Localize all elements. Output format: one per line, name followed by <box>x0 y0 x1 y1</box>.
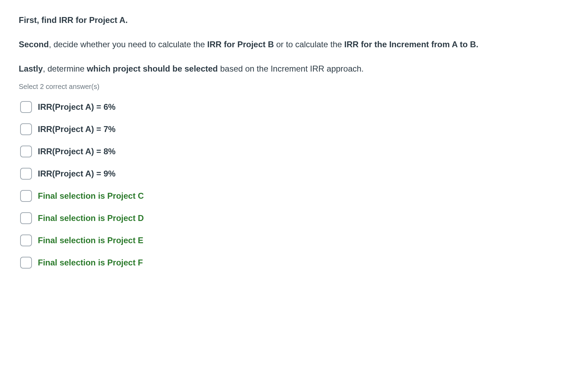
answer-label: Final selection is Project F <box>38 256 143 269</box>
question-paragraph-3: Lastly, determine which project should b… <box>19 63 569 75</box>
answer-label: Final selection is Project D <box>38 212 144 224</box>
bold-text: First, find IRR for Project A. <box>19 15 128 25</box>
answer-choice[interactable]: IRR(Project A) = 6% <box>19 100 569 114</box>
answer-checkbox[interactable] <box>20 257 32 269</box>
bold-text: Second <box>19 40 49 49</box>
answer-checkbox[interactable] <box>20 168 32 180</box>
select-count-hint: Select 2 correct answer(s) <box>19 81 569 92</box>
answer-label: IRR(Project A) = 6% <box>38 101 116 113</box>
answer-choice[interactable]: Final selection is Project D <box>19 211 569 225</box>
answer-choice[interactable]: Final selection is Project F <box>19 256 569 270</box>
plain-text: , determine <box>43 64 87 73</box>
answer-label: Final selection is Project C <box>38 190 144 202</box>
answer-checkbox[interactable] <box>20 101 32 113</box>
answer-checkbox[interactable] <box>20 235 32 246</box>
answer-choice[interactable]: IRR(Project A) = 7% <box>19 122 569 136</box>
answer-checkbox[interactable] <box>20 212 32 224</box>
answer-choice[interactable]: IRR(Project A) = 9% <box>19 167 569 181</box>
plain-text: based on the Increment IRR approach. <box>218 64 364 73</box>
answer-choice[interactable]: IRR(Project A) = 8% <box>19 145 569 158</box>
question-paragraph-1: First, find IRR for Project A. <box>19 14 569 26</box>
answer-checkbox[interactable] <box>20 190 32 202</box>
answer-choice[interactable]: Final selection is Project C <box>19 189 569 203</box>
answer-label: IRR(Project A) = 8% <box>38 145 116 158</box>
plain-text: , decide whether you need to calculate t… <box>49 40 207 49</box>
plain-text: or to calculate the <box>274 40 344 49</box>
answer-choice-list: IRR(Project A) = 6% IRR(Project A) = 7% … <box>19 100 569 270</box>
answer-label: IRR(Project A) = 9% <box>38 167 116 180</box>
answer-checkbox[interactable] <box>20 146 32 157</box>
answer-label: IRR(Project A) = 7% <box>38 123 116 135</box>
bold-text: IRR for the Increment from A to B. <box>344 40 478 49</box>
bold-text: Lastly <box>19 64 43 73</box>
question-stem: First, find IRR for Project A. Second, d… <box>19 14 569 75</box>
answer-checkbox[interactable] <box>20 123 32 135</box>
bold-text: which project should be selected <box>87 64 218 73</box>
bold-text: IRR for Project B <box>207 40 274 49</box>
answer-label: Final selection is Project E <box>38 234 143 247</box>
question-paragraph-2: Second, decide whether you need to calcu… <box>19 38 569 51</box>
answer-choice[interactable]: Final selection is Project E <box>19 233 569 247</box>
